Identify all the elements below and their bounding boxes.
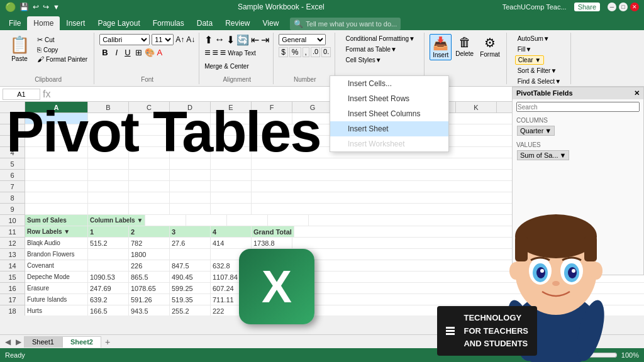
cell-f1[interactable] [252, 113, 292, 124]
tab-review[interactable]: Review [219, 16, 256, 30]
cell-e5[interactable] [211, 158, 252, 169]
minimize-button[interactable]: ─ [608, 3, 616, 11]
cell-e9[interactable] [211, 204, 252, 214]
align-top-button[interactable]: ⬆ [204, 34, 213, 46]
cell-b4[interactable] [88, 147, 129, 158]
tab-page-layout[interactable]: Page Layout [91, 16, 146, 30]
cell-10-c[interactable] [145, 215, 186, 226]
cell-c3[interactable] [129, 136, 170, 146]
cell-c7[interactable] [129, 181, 170, 192]
cell-b2[interactable] [88, 124, 129, 135]
cell-r15-name[interactable]: Depeche Mode [25, 272, 88, 282]
col-header-f[interactable]: F [252, 102, 292, 112]
ribbon-search[interactable]: Tell me what you want to do... [306, 20, 397, 28]
cell-a7[interactable] [25, 181, 88, 192]
align-middle-button[interactable]: ↔ [214, 34, 225, 46]
conditional-formatting-button[interactable]: Conditional Formatting▼ [343, 34, 418, 43]
menu-item-insert-sheet-columns[interactable]: Insert Sheet Columns [330, 106, 448, 121]
cell-styles-button[interactable]: Cell Styles▼ [343, 55, 384, 65]
tab-home[interactable]: Home [27, 16, 60, 30]
row-9[interactable]: 9 [0, 204, 25, 215]
sum-dropdown-icon[interactable]: ▼ [560, 151, 567, 159]
row-6[interactable]: 6 [0, 170, 25, 181]
indent-increase-button[interactable]: ⇥ [261, 34, 269, 46]
fill-color-button[interactable]: 🎨 [145, 48, 155, 57]
row-14[interactable]: 14 [0, 260, 25, 272]
row-1[interactable]: 1 [0, 113, 25, 124]
cell-c6[interactable] [129, 170, 170, 180]
cell-r17-c1[interactable]: 639.2 [88, 294, 129, 305]
font-increase-button[interactable]: A↑ [175, 35, 184, 44]
cell-col-2[interactable]: 2 [129, 226, 170, 237]
col-header-b[interactable]: B [88, 102, 129, 112]
cell-e1[interactable] [211, 113, 252, 124]
cell-r15-c3[interactable]: 490.45 [170, 272, 211, 282]
cell-d2[interactable] [170, 124, 211, 135]
cell-grand-total-header[interactable]: Grand Total [252, 226, 294, 237]
cell-r15-c2[interactable]: 865.5 [129, 272, 170, 282]
cell-r15-c1[interactable]: 1090.53 [88, 272, 129, 282]
border-button[interactable]: ⊞ [135, 48, 142, 57]
cell-a1[interactable] [25, 113, 88, 124]
sheet-nav-right[interactable]: ▶ [13, 337, 24, 346]
decimal-increase-button[interactable]: .0 [311, 47, 320, 57]
cell-r12-c1[interactable]: 515.2 [88, 238, 129, 248]
cell-a3[interactable] [25, 136, 88, 146]
col-header-c[interactable]: C [129, 102, 170, 112]
cell-e7[interactable] [211, 181, 252, 192]
sheet-tab-1[interactable]: Sheet1 [24, 336, 62, 348]
cell-d5[interactable] [170, 158, 211, 169]
indent-decrease-button[interactable]: ⇤ [251, 34, 259, 46]
row-15[interactable]: 15 [0, 272, 25, 283]
cell-r12-name[interactable]: Blaqk Audio [25, 238, 88, 248]
cell-r17-name[interactable]: Future Islands [25, 294, 88, 305]
format-painter-button[interactable]: 🖌Format Painter [35, 55, 90, 63]
quarter-dropdown-icon[interactable]: ▼ [545, 127, 552, 134]
maximize-button[interactable]: □ [619, 3, 628, 11]
quick-redo[interactable]: ↪ [43, 3, 49, 11]
menu-item-insert-sheet[interactable]: Insert Sheet [330, 121, 448, 136]
row-8[interactable]: 8 [0, 192, 25, 204]
cell-r12-total[interactable]: 1738.8 [252, 238, 292, 248]
cell-r12-c2[interactable]: 782 [129, 238, 170, 248]
cell-r12-c3[interactable]: 27.6 [170, 238, 211, 248]
percent-button[interactable]: % [289, 47, 301, 57]
cell-sum-of-sales[interactable]: Sum of Sales [25, 215, 88, 226]
sheet-tab-2[interactable]: Sheet2 [62, 336, 101, 348]
font-decrease-button[interactable]: A↓ [186, 35, 195, 44]
row-7[interactable]: 7 [0, 181, 25, 192]
sheet-tab-add[interactable]: + [101, 337, 114, 347]
row-2[interactable]: 2 [0, 124, 25, 136]
cut-button[interactable]: ✂Cut [35, 35, 90, 45]
row-16[interactable]: 16 [0, 283, 25, 294]
col-header-k[interactable]: K [456, 102, 497, 112]
cell-a5[interactable] [25, 158, 88, 169]
align-center-button[interactable]: ≡ [213, 47, 218, 58]
paste-button[interactable]: 📋 Paste [6, 34, 33, 63]
cell-10-d[interactable] [186, 215, 227, 226]
cell-r17-c2[interactable]: 591.26 [129, 294, 170, 305]
col-header-g[interactable]: G [292, 102, 333, 112]
menu-item-insert-worksheet[interactable]: Insert Worksheet [330, 136, 448, 151]
cell-r16-c1[interactable]: 247.69 [88, 283, 129, 293]
cell-e4[interactable] [211, 147, 252, 158]
align-left-button[interactable]: ≡ [204, 47, 210, 58]
col-header-a[interactable]: A [25, 102, 88, 112]
font-name-select[interactable]: Calibri [99, 34, 150, 45]
row-12[interactable]: 12 [0, 238, 25, 249]
row-13[interactable]: 13 [0, 249, 25, 260]
font-size-select[interactable]: 11 [152, 34, 174, 45]
cell-col-4[interactable]: 4 [211, 226, 252, 237]
italic-button[interactable]: I [113, 47, 121, 58]
cell-a6[interactable] [25, 170, 88, 180]
cell-col-3[interactable]: 3 [170, 226, 211, 237]
cell-r18-c1[interactable]: 166.5 [88, 305, 129, 315]
cell-e6[interactable] [211, 170, 252, 180]
wrap-text-button[interactable]: Wrap Text [228, 50, 256, 57]
col-header-d[interactable]: D [170, 102, 211, 112]
tab-formulas[interactable]: Formulas [147, 16, 191, 30]
share-button[interactable]: Share [574, 3, 600, 11]
cell-c8[interactable] [129, 192, 170, 203]
delete-button[interactable]: 🗑 Delete [453, 34, 476, 58]
row-18[interactable]: 18 [0, 305, 25, 315]
